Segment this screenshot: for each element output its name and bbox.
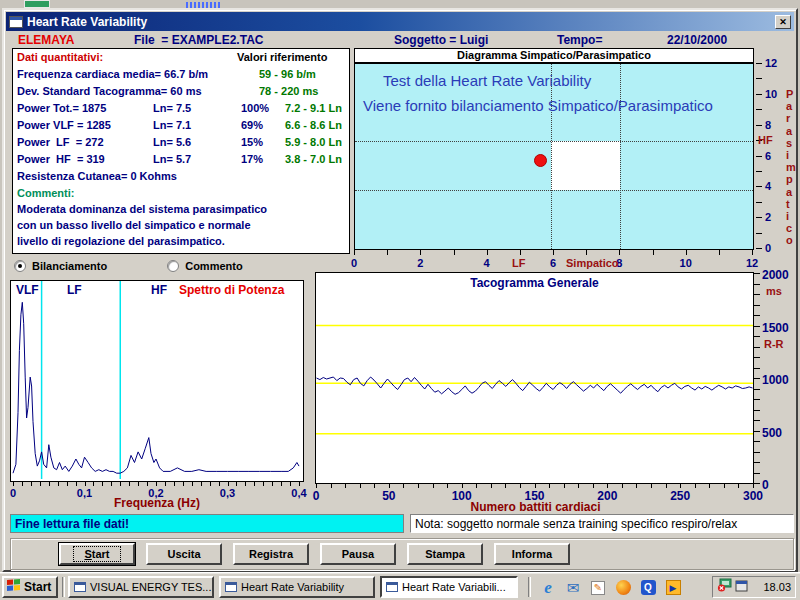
axis-tick [420,250,421,255]
axis-tick [754,378,760,379]
axis-tick [201,482,202,486]
system-tray: 18.03 [712,576,796,598]
axis-tick [607,484,608,488]
ylabel-letter: a [786,125,800,137]
axis-tick [102,482,103,486]
radio-bilanciamento[interactable] [14,260,26,272]
axis-tick [272,482,273,486]
quant-panel: Dati quantitativi:Valori riferimentoFreq… [12,48,350,254]
registra-button[interactable]: Registra [233,543,309,565]
reference-range-rect [551,141,621,190]
axis-tick [756,233,762,234]
note-field[interactable]: Nota: soggetto normale senza training sp… [410,514,794,533]
time-label: Tempo= [557,33,602,47]
band-label: HF [151,283,167,297]
task-button[interactable]: Heart Rate Variabili... [380,576,518,598]
field: con un basso livello del simpatico e nor… [17,219,251,231]
axis-tick [756,171,762,172]
field: Moderata dominanza del sistema parasimpa… [17,203,267,215]
taskbar-clock[interactable]: 18.03 [763,581,791,593]
close-button[interactable]: ✕ [775,15,791,29]
axis-tick [147,482,148,486]
task-button[interactable]: Heart Rate Variability [219,576,375,598]
axis-tick-label: 6 [550,257,556,269]
start-button[interactable]: Start [59,543,135,565]
axis-tick [686,250,687,255]
quant-row: Power VLF = 1285Ln= 7.169%6.6 - 8.6 Ln [13,117,349,134]
axis-tick [487,250,488,255]
taskbar-divider[interactable] [62,577,65,597]
axis-tick [165,482,166,486]
quant-label: Power LF = 272 [17,136,104,148]
axis-tick-label: 8 [765,119,771,131]
window-icon [9,16,23,28]
axis-tick [578,484,579,488]
ie-icon[interactable]: e [538,578,558,597]
axis-tick [754,336,760,337]
uscita-button[interactable]: Uscita [146,543,222,565]
quant-ref: 6.6 - 8.6 Ln [285,119,342,131]
task-button[interactable]: VISUAL ENERGY TES... [68,576,214,598]
taskbar-start-button[interactable]: Start [2,576,58,598]
axis-tick-label: 2 [417,257,423,269]
title-bar[interactable]: Heart Rate Variability ✕ [6,12,794,31]
informa-button[interactable]: Informa [494,543,570,565]
windows-logo-icon [7,579,21,595]
axis-tick [622,484,623,488]
outlook-icon[interactable]: ✉ [563,578,583,597]
axis-tick [738,484,739,488]
taskbar-divider[interactable] [528,577,531,597]
window-icon [225,582,237,592]
band-label-hf: HF [758,134,773,146]
quant-row: Power LF = 272Ln= 5.615%5.9 - 8.0 Ln [13,134,349,151]
spectrum-title: Spettro di Potenza [179,283,284,297]
ylabel-letter: o [786,234,800,246]
axis-tick [756,217,762,218]
axis-tick [93,482,94,486]
file-label: File = EXAMPLE2.TAC [134,33,263,47]
quant-ref: 3.8 - 7.0 Ln [285,153,342,165]
axis-tick-label: 4 [484,257,490,269]
axis-tick [174,482,175,486]
axis-tick [418,484,419,488]
axis-tick [156,482,157,486]
axis-tick [40,482,41,486]
screen: Heart Rate Variability ✕ ELEMAYA File = … [0,0,800,600]
tacogram-chart [315,272,754,484]
grid-line-vertical [620,64,621,249]
ylabel-letter: t [786,198,800,210]
radio-commento[interactable] [167,260,179,272]
header-row: ELEMAYA File = EXAMPLE2.TAC Soggetto = L… [6,33,794,48]
axis-tick [754,410,760,411]
tacogram-curve [316,273,753,483]
axis-tick [520,484,521,488]
xaxis-label-simpatico: Simpatico [566,257,619,269]
quant-pct: 15% [241,136,263,148]
axis-tick-label: 12 [765,57,777,69]
axis-tick [138,482,139,486]
axis-tick [752,250,753,255]
pausa-button[interactable]: Pausa [320,543,396,565]
axis-tick-label: 0 [351,257,357,269]
session-window-icon[interactable] [735,578,748,596]
quant-pct: 100% [241,102,269,114]
quant-row: Power HF = 319Ln= 5.717%3.8 - 7.0 Ln [13,151,349,168]
notepad-icon[interactable]: ✎ [588,578,608,597]
ylabel-letter: p [786,173,800,185]
radio-label: Bilanciamento [32,260,107,272]
axis-tick [49,482,50,486]
axis-tick [754,326,760,327]
firefox-icon[interactable] [613,578,633,597]
button-label: Registra [249,548,293,560]
ylabel-letter: r [786,112,800,124]
button-label: Informa [512,548,552,560]
axis-tick [756,109,762,110]
q-app-icon[interactable]: Q [638,578,658,597]
axis-tick-label: 2 [765,211,771,223]
axis-tick [345,484,346,488]
offline-status-icon[interactable] [717,578,732,596]
stampa-button[interactable]: Stampa [407,543,483,565]
spectrum-curve [11,281,303,481]
media-player-icon[interactable]: ▶ [663,578,683,597]
spectrum-chart: VLFLFHFSpettro di Potenza [10,280,304,482]
